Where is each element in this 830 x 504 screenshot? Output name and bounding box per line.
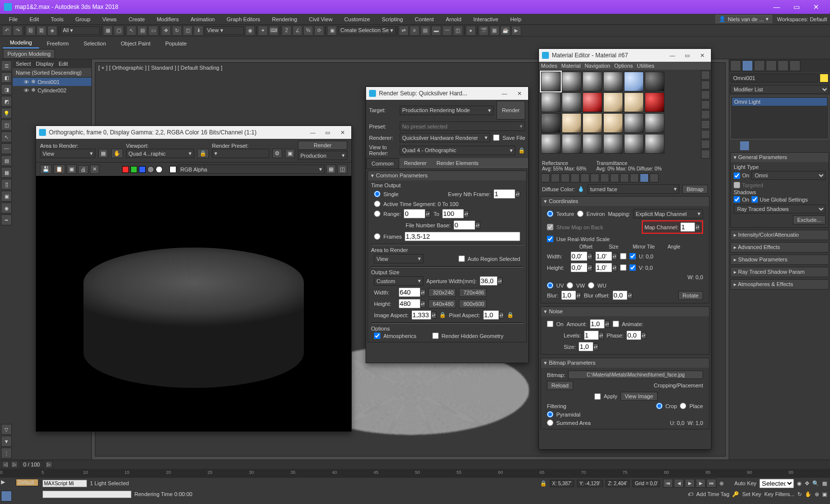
render-setup-button[interactable]: 🎬 — [479, 26, 489, 36]
render-setup-open[interactable]: ⚙ — [272, 149, 282, 158]
keymode-combo[interactable]: Selected — [759, 479, 794, 488]
menu-edit[interactable]: Edit — [24, 15, 45, 24]
width-input[interactable] — [399, 288, 420, 297]
sample-slot-13[interactable] — [541, 113, 561, 133]
sample-slot-20[interactable] — [562, 134, 581, 154]
tab-common[interactable]: Common — [366, 158, 399, 168]
place-radio[interactable] — [680, 403, 686, 409]
lock-icon[interactable]: 🔒 — [540, 480, 547, 487]
tool-1[interactable]: ☰ — [1, 60, 12, 71]
tool-11[interactable]: ⣿ — [1, 179, 12, 190]
tab-objectpaint[interactable]: Object Paint — [114, 39, 158, 48]
assign-to-sel[interactable] — [561, 173, 570, 182]
tool-12[interactable]: ▣ — [1, 191, 12, 202]
bitmap-params-header[interactable]: ▾ Bitmap Parameters — [541, 358, 709, 368]
sample-slot-18[interactable] — [645, 113, 664, 133]
render-canvas[interactable] — [36, 176, 351, 431]
savefile-checkbox[interactable] — [493, 134, 499, 141]
w-mirror[interactable] — [620, 253, 626, 259]
eyedropper-icon[interactable]: 💧 — [578, 186, 584, 192]
goto-end[interactable]: ⏭ — [706, 479, 716, 488]
material-editor-button[interactable]: ● — [466, 26, 476, 36]
nav-5[interactable]: ↻ — [797, 491, 802, 498]
pyramidal-radio[interactable] — [547, 411, 553, 418]
adv-effects-header[interactable]: ▸ Advanced Effects — [731, 243, 829, 252]
rf-render-button[interactable]: Render — [298, 141, 347, 150]
w-size[interactable] — [595, 252, 612, 261]
hierarchy-tab[interactable] — [754, 60, 765, 71]
sample-slot-11[interactable] — [624, 92, 644, 112]
place-button[interactable]: ⬇ — [194, 26, 204, 36]
tool-10[interactable]: ▦ — [1, 167, 12, 178]
rotate-button[interactable]: Rotate — [678, 291, 703, 300]
frames-input[interactable] — [405, 232, 520, 241]
active-seg-radio[interactable] — [374, 201, 380, 207]
file-base-input[interactable] — [454, 220, 475, 230]
menu-interactive[interactable]: Interactive — [467, 15, 504, 24]
h-mirror[interactable] — [620, 264, 626, 271]
tool-9[interactable]: ▤ — [1, 155, 12, 166]
tool-filter2[interactable]: ▼ — [1, 436, 12, 447]
scene-edit[interactable]: Edit — [59, 61, 68, 67]
menu-help[interactable]: Help — [504, 15, 528, 24]
mirror-button[interactable]: ⇄ — [399, 26, 409, 36]
sample-slot-2[interactable] — [562, 72, 581, 91]
user-signin[interactable]: 👤 Niels van de ...▾ — [715, 15, 772, 23]
put-to-lib[interactable] — [600, 173, 609, 182]
me-maximize[interactable]: ▭ — [681, 52, 693, 59]
summed-radio[interactable] — [547, 420, 553, 426]
timeline-prev[interactable]: ◁ — [2, 461, 9, 468]
viewport-combo[interactable]: Quad 4...raphic▾ — [126, 149, 194, 158]
sample-slot-19[interactable] — [541, 134, 561, 154]
channel-mono[interactable] — [156, 166, 163, 173]
sample-slot-12[interactable] — [645, 92, 664, 112]
preset-combo[interactable]: ▾ — [212, 149, 269, 158]
light-on-checkbox[interactable] — [734, 172, 740, 179]
redo-button[interactable]: ↷ — [13, 26, 23, 36]
preset-800x600[interactable]: 800x600 — [459, 299, 487, 308]
noise-amount[interactable] — [590, 319, 605, 329]
tab-selection[interactable]: Selection — [77, 39, 113, 48]
timeline-default-label[interactable]: Default — [16, 479, 39, 486]
preset-640x480[interactable]: 640x480 — [428, 299, 456, 308]
me-menu-material[interactable]: Material — [561, 63, 581, 69]
tool-5[interactable]: 💡 — [1, 108, 12, 119]
display-tab[interactable] — [778, 60, 788, 71]
align-button[interactable]: ≡ — [410, 26, 419, 36]
sample-slot-4[interactable] — [603, 72, 623, 91]
range-to-input[interactable] — [442, 209, 464, 218]
timeline-end[interactable]: ▷ — [45, 461, 52, 468]
render-frame-title-bar[interactable]: Orthographic, frame 0, Display Gamma: 2,… — [36, 126, 351, 139]
render-iterative[interactable]: ▶ — [511, 26, 521, 36]
rs-minimize[interactable]: — — [498, 90, 510, 96]
options-btn[interactable] — [701, 130, 710, 139]
tool-6[interactable]: ◫ — [1, 120, 12, 130]
lock-pixel-icon[interactable]: 🔒 — [507, 312, 514, 318]
maxscript-listener[interactable] — [42, 480, 87, 487]
single-radio[interactable] — [374, 191, 380, 197]
clear-image[interactable]: ✕ — [90, 165, 99, 174]
exclude-button[interactable]: Exclude... — [793, 215, 826, 224]
sample-slot-23[interactable] — [624, 134, 644, 154]
goto-start[interactable]: ⏮ — [663, 479, 673, 488]
channel-green[interactable] — [130, 166, 137, 173]
schematic-view[interactable]: ◫ — [453, 26, 463, 36]
save-image[interactable]: 💾 — [40, 165, 52, 174]
setkey-button[interactable]: Set Key — [742, 491, 761, 497]
view-image-button[interactable]: View Image — [621, 392, 658, 401]
show-in-vp[interactable] — [620, 173, 629, 182]
toggle-overlay[interactable]: ▦ — [326, 165, 336, 174]
rf-production-combo[interactable]: Production▾ — [298, 151, 347, 160]
channel-alpha[interactable] — [147, 166, 154, 173]
menu-civilview[interactable]: Civil View — [303, 15, 338, 24]
tag-icon[interactable]: 🏷 — [688, 491, 693, 497]
h-tile[interactable] — [629, 264, 636, 271]
render-hidden-checkbox[interactable] — [432, 333, 439, 339]
shadow-params-header[interactable]: ▸ Shadow Parameters — [731, 255, 829, 264]
rotate-button[interactable]: ↻ — [172, 26, 182, 36]
tab-modeling[interactable]: Modeling — [3, 38, 39, 48]
make-copy[interactable] — [581, 173, 589, 182]
pin-stack[interactable] — [730, 141, 739, 150]
track-2[interactable] — [1, 491, 12, 502]
real-world-checkbox[interactable] — [547, 236, 553, 242]
